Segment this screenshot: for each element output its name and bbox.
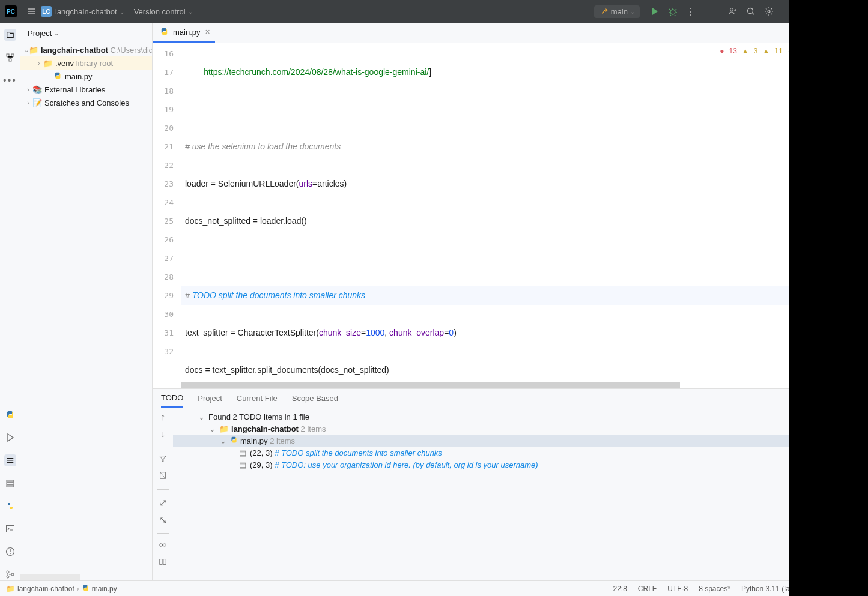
todo-tool-window: TODO Project Current File Scope Based ↑ … [153, 388, 848, 580]
problems-tool-button[interactable] [4, 546, 16, 558]
run-tool-button[interactable] [4, 432, 16, 444]
line-separator[interactable]: CRLF [638, 585, 657, 593]
expand-icon[interactable]: ⌄ [220, 436, 226, 445]
project-panel-header[interactable]: Project ⌄ [20, 23, 152, 43]
folder-icon: 📁 [43, 59, 53, 68]
expand-icon[interactable]: ⌄ [198, 412, 205, 421]
database-tool-button[interactable] [854, 52, 863, 64]
group-by-icon[interactable] [159, 558, 167, 568]
expand-icon[interactable]: ⌄ [24, 47, 29, 53]
horizontal-scrollbar[interactable] [20, 574, 80, 580]
folder-icon: 📁 [219, 424, 229, 433]
todo-tool-button[interactable] [4, 454, 16, 466]
scratches-node[interactable]: › 📝 Scratches and Consoles [20, 96, 152, 109]
node-label: main.py [65, 72, 93, 81]
file-encoding[interactable]: UTF-8 [667, 585, 688, 593]
svg-point-13 [7, 571, 9, 573]
minimize-button[interactable] [784, 0, 810, 23]
editor-content[interactable]: https://techcrunch.com/2024/08/28/what-i… [181, 43, 830, 388]
expand-icon[interactable]: ⌄ [815, 47, 821, 55]
python-packages-tool-button[interactable] [4, 500, 16, 512]
preview-icon[interactable] [159, 541, 167, 552]
todo-tab-project[interactable]: Project [198, 389, 222, 408]
structure-tool-button[interactable] [4, 52, 16, 64]
todo-item-icon: ▤ [239, 460, 246, 469]
filter-icon[interactable] [159, 454, 167, 465]
caret-position[interactable]: 22:8 [613, 585, 627, 593]
notifications-tool-button[interactable] [854, 29, 863, 41]
right-tool-stripe [848, 23, 868, 580]
todo-tree[interactable]: ⌄ Found 2 TODO items in 1 file ⌄ 📁 langc… [173, 408, 848, 580]
typo-icon: ✓ [788, 47, 794, 55]
expand-icon[interactable]: › [24, 86, 32, 93]
pycharm-logo: PC [5, 5, 17, 17]
code-editor[interactable]: 1617181920212223242526272829303132 https… [153, 43, 848, 388]
project-icon: LC [41, 6, 52, 17]
todo-summary-row[interactable]: ⌄ Found 2 TODO items in 1 file [173, 411, 848, 423]
todo-tab-todo[interactable]: TODO [161, 389, 183, 408]
node-label: langchain-chatbot [231, 424, 299, 433]
collapse-all-icon[interactable]: ⤡ [159, 514, 167, 526]
project-tool-button[interactable] [4, 29, 16, 41]
editor-tab-more-icon[interactable]: ⋮ [832, 27, 848, 38]
autoscroll-icon[interactable] [159, 471, 167, 482]
todo-file-row[interactable]: ⌄ main.py 2 items [173, 435, 848, 447]
vcs-tool-button[interactable] [4, 568, 16, 580]
indent-settings[interactable]: 8 spaces* [699, 585, 730, 593]
navigation-breadcrumb[interactable]: 📁 langchain-chatbot › main.py [6, 584, 117, 594]
run-button[interactable] [646, 0, 664, 23]
expand-icon[interactable]: › [35, 60, 43, 67]
project-name[interactable]: langchain-chatbot [55, 7, 117, 16]
editor-tab-main-py[interactable]: main.py × [153, 23, 215, 43]
todo-toolbar: ↑ ↓ ⤢ ⤡ [153, 408, 173, 580]
todo-tabs: TODO Project Current File Scope Based [153, 389, 848, 408]
python-interpreter[interactable]: Python 3.11 (langchain-chatbot) [741, 585, 843, 593]
project-dropdown-icon[interactable]: ⌄ [120, 8, 124, 15]
collapse-icon[interactable]: ^ [807, 47, 810, 55]
readonly-toggle-icon[interactable] [854, 584, 862, 594]
warning-count: 3 [754, 47, 758, 55]
scratch-icon: 📝 [32, 98, 42, 107]
expand-all-icon[interactable]: ⤢ [159, 497, 167, 508]
search-everywhere-button[interactable] [742, 0, 760, 23]
todo-text: # TODO split the documents into smaller … [275, 448, 442, 457]
expand-icon[interactable]: ⌄ [209, 424, 216, 433]
external-libraries-node[interactable]: › 📚 External Libraries [20, 83, 152, 96]
debug-button[interactable] [664, 0, 682, 23]
editor-gutter: 1617181920212223242526272829303132 [153, 43, 181, 388]
todo-tab-current-file[interactable]: Current File [237, 389, 278, 408]
terminal-tool-button[interactable] [4, 523, 16, 535]
vcs-dropdown-icon[interactable]: ⌄ [188, 8, 193, 15]
python-console-tool-button[interactable] [4, 409, 16, 421]
version-control-menu[interactable]: Version control [134, 7, 186, 16]
next-todo-icon[interactable]: ↓ [160, 429, 165, 439]
horizontal-scrollbar[interactable] [181, 382, 680, 388]
editor-error-stripe[interactable] [830, 43, 848, 388]
previous-todo-icon[interactable]: ↑ [160, 412, 165, 423]
more-tools-icon[interactable]: ••• [4, 74, 16, 86]
chevron-down-icon: ⌄ [54, 30, 59, 37]
inspections-widget[interactable]: ●13 ▲3 ▲11 ✓4 ^ ⌄ [720, 47, 821, 55]
todo-item-row[interactable]: ▤ (29, 3) # TODO: use your organization … [173, 459, 848, 471]
todo-project-row[interactable]: ⌄ 📁 langchain-chatbot 2 items [173, 423, 848, 435]
todo-tab-scope-based[interactable]: Scope Based [292, 389, 338, 408]
maximize-button[interactable] [810, 0, 837, 23]
main-menu-button[interactable] [23, 0, 41, 23]
more-actions-button[interactable]: ⋮ [682, 0, 700, 23]
code-with-me-button[interactable] [724, 0, 742, 23]
svg-rect-11 [6, 526, 14, 532]
expand-icon[interactable]: › [24, 100, 32, 106]
todo-item-row[interactable]: ▤ (22, 3) # TODO split the documents int… [173, 447, 848, 459]
services-tool-button[interactable] [4, 477, 16, 489]
node-label: main.py [240, 436, 268, 445]
git-branch-widget[interactable]: ⎇ main ⌄ [594, 5, 640, 18]
typo-count: 4 [798, 47, 803, 55]
close-tab-icon[interactable]: × [205, 27, 210, 37]
main-py-node[interactable]: main.py [20, 70, 152, 83]
folder-icon: 📁 [29, 46, 38, 55]
settings-button[interactable] [760, 0, 778, 23]
project-tree[interactable]: ⌄ 📁 langchain-chatbot C:\Users\dido › 📁 … [20, 43, 152, 109]
venv-node[interactable]: › 📁 .venv library root [20, 56, 152, 70]
project-root-node[interactable]: ⌄ 📁 langchain-chatbot C:\Users\dido [20, 43, 152, 56]
close-button[interactable] [837, 0, 863, 23]
